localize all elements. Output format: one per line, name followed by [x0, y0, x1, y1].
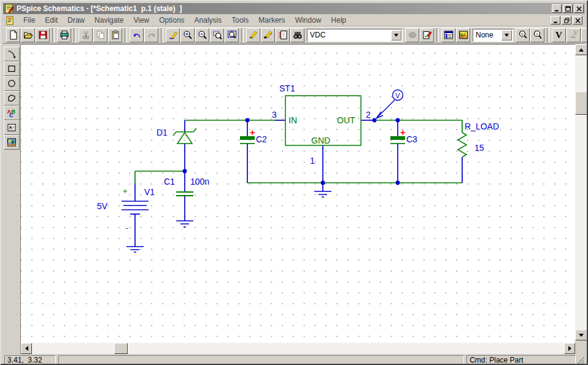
svg-text:A: A	[9, 125, 12, 129]
new-button[interactable]	[6, 28, 20, 42]
rload-value-label[interactable]: 15	[474, 143, 484, 153]
draw-line-pencil-icon	[168, 30, 178, 40]
view-current-probe-button[interactable]: I	[530, 28, 544, 42]
paste-clipboard-icon	[110, 30, 120, 40]
get-new-part-button[interactable]	[290, 28, 304, 42]
component-d1-zener-diode[interactable]: D1	[157, 128, 196, 144]
annotate-disabled-button[interactable]	[405, 28, 419, 42]
menu-options[interactable]: Options	[154, 15, 189, 26]
menu-draw[interactable]: Draw	[63, 15, 90, 26]
c1-value-label[interactable]: 100n	[190, 177, 209, 186]
schematic-canvas[interactable]: D1 C1 100n + -	[21, 44, 575, 343]
document-icon[interactable]	[6, 16, 15, 25]
c2-ref-label[interactable]: C2	[256, 134, 267, 144]
menu-navigate[interactable]: Navigate	[90, 15, 128, 26]
menu-window[interactable]: Window	[290, 15, 327, 26]
open-button[interactable]	[21, 28, 35, 42]
v1-ref-label[interactable]: V1	[144, 187, 155, 197]
d1-ref-label[interactable]: D1	[157, 128, 168, 137]
draw-line-button[interactable]	[166, 28, 180, 42]
combo-dropdown-button[interactable]	[391, 30, 401, 40]
menu-analysis[interactable]: Analysis	[190, 15, 227, 26]
simulate-button[interactable]	[456, 28, 470, 42]
component-rload-resistor[interactable]: R_LOAD 15	[458, 121, 499, 157]
v1-value-label[interactable]: 5V	[97, 201, 108, 211]
cut-button[interactable]	[79, 28, 93, 42]
rload-ref-label[interactable]: R_LOAD	[465, 121, 499, 131]
st1-ref-label[interactable]: ST1	[279, 83, 295, 93]
mdi-minimize-button[interactable]	[551, 16, 560, 25]
draw-bus-button[interactable]	[261, 28, 275, 42]
open-folder-icon	[23, 30, 33, 40]
vertical-scrollbar[interactable]	[575, 44, 587, 340]
draw-box-button[interactable]	[4, 61, 20, 76]
mdi-restore-button[interactable]	[562, 16, 571, 25]
redo-button[interactable]	[144, 28, 158, 42]
zoom-area-button[interactable]	[210, 28, 224, 42]
app-icon	[4, 4, 14, 13]
text-box-icon: A	[7, 123, 17, 133]
draw-polyline-button[interactable]	[4, 91, 20, 106]
component-st1-regulator[interactable]: ST1 IN OUT GND 3 2 1	[272, 83, 371, 166]
marker-selector-combo[interactable]: None	[473, 29, 513, 42]
scroll-right-button[interactable]	[564, 343, 575, 354]
draw-wire-button[interactable]	[246, 28, 260, 42]
c3-ref-label[interactable]: C3	[406, 134, 417, 144]
component-v1-vdc-source[interactable]: + - V1 5V	[97, 186, 155, 233]
edit-attributes-button[interactable]	[420, 28, 434, 42]
draw-text-button[interactable]: ABC	[4, 106, 20, 120]
bias-voltage-button[interactable]: V	[552, 28, 566, 42]
bias-voltage-label: V	[555, 30, 562, 40]
menu-edit[interactable]: Edit	[40, 15, 63, 26]
draw-circle-button[interactable]	[4, 76, 20, 91]
marker-v-label: V	[395, 92, 400, 99]
component-c1-capacitor[interactable]: C1 100n	[164, 177, 209, 196]
print-button[interactable]	[57, 28, 71, 42]
component-c3-capacitor[interactable]: + C3	[390, 127, 417, 144]
voltage-viewpoint-marker[interactable]: V	[376, 90, 403, 119]
save-button[interactable]	[36, 28, 50, 42]
undo-button[interactable]	[130, 28, 144, 42]
component-c2-capacitor[interactable]: + C2	[240, 127, 267, 144]
menu-markers[interactable]: Markers	[253, 15, 290, 26]
menu-file[interactable]: File	[18, 15, 40, 26]
menu-view[interactable]: View	[128, 15, 154, 26]
bias-voltage-selected-button[interactable]: V	[567, 28, 581, 42]
ground-symbols[interactable]	[126, 191, 331, 252]
edit-symbol-button[interactable]	[276, 28, 290, 42]
zoom-in-button[interactable]	[180, 28, 195, 42]
mdi-close-button[interactable]	[573, 16, 582, 25]
menu-help[interactable]: Help	[326, 15, 351, 26]
horizontal-scrollbar[interactable]	[21, 343, 575, 354]
part-selector-combo[interactable]: VDC	[307, 29, 403, 42]
insert-picture-button[interactable]	[4, 135, 20, 150]
wires[interactable]	[135, 120, 462, 183]
zoom-out-button[interactable]	[195, 28, 209, 42]
zoom-in-icon	[183, 30, 193, 40]
paste-button[interactable]	[108, 28, 122, 42]
svg-text:C: C	[9, 112, 14, 118]
view-voltage-probe-button[interactable]: V	[516, 28, 530, 42]
minimize-button[interactable]	[552, 4, 562, 13]
text-box-button[interactable]: A	[4, 120, 20, 135]
maximize-button[interactable]	[563, 4, 573, 13]
horizontal-scroll-thumb[interactable]	[114, 343, 128, 354]
menu-tools[interactable]: Tools	[226, 15, 253, 26]
setup-analysis-button[interactable]	[441, 28, 455, 42]
close-button[interactable]	[574, 4, 584, 13]
copy-button[interactable]	[93, 28, 107, 42]
c3-plus-label: +	[400, 127, 406, 137]
combo-dropdown-button[interactable]	[501, 30, 512, 40]
draw-arc-button[interactable]	[4, 47, 20, 61]
resize-grip[interactable]	[577, 355, 585, 364]
scroll-up-button[interactable]	[575, 44, 587, 55]
scroll-down-button[interactable]	[575, 329, 587, 340]
svg-text:V: V	[520, 32, 524, 37]
vertical-scroll-thumb[interactable]	[575, 91, 587, 115]
c1-ref-label[interactable]: C1	[164, 177, 175, 186]
scroll-left-button[interactable]	[21, 343, 32, 354]
zoom-fit-button[interactable]	[225, 28, 239, 42]
title-bar[interactable]: PSpice Schematics - [*Schematic1 p.1 (st…	[3, 3, 585, 14]
bias-current-button[interactable]: I	[581, 28, 588, 42]
v1-plus-label: +	[123, 186, 128, 196]
